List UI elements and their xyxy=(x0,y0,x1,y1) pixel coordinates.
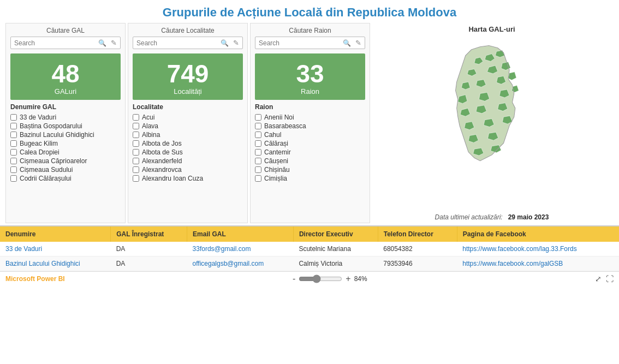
raion-search-row: 🔍 ✎ xyxy=(255,37,365,49)
list-item: Baștina Gospodarului xyxy=(10,122,121,130)
raion-stat-box: 33 Raion xyxy=(255,53,365,100)
raion-list-section: Raion Anenii Noi Basarabeasca Cahul Călă… xyxy=(255,103,365,183)
gal-panel-label: Căutare GAL xyxy=(10,27,121,34)
loc-checkbox-1[interactable] xyxy=(133,123,139,129)
cell-telefon: 79353946 xyxy=(378,256,457,271)
list-item: Bazinul Lacului Ghidighici xyxy=(10,130,121,139)
gal-search-icon: 🔍 xyxy=(98,39,106,47)
zoom-minus[interactable]: - xyxy=(293,274,295,284)
cell-director: Scutelnic Mariana xyxy=(293,242,378,256)
list-item: Albota de Jos xyxy=(133,139,243,148)
list-item: Albota de Sus xyxy=(133,148,243,157)
gal-checkbox-6[interactable] xyxy=(10,166,17,173)
cell-facebook[interactable]: https://www.facebook.com/galGSB xyxy=(457,256,619,271)
footer-icons: ⤢ ⛶ xyxy=(595,275,614,283)
map-container[interactable] xyxy=(410,35,574,210)
list-item: Acui xyxy=(133,113,243,122)
fullscreen-icon[interactable]: ⛶ xyxy=(606,275,614,283)
share-icon[interactable]: ⤢ xyxy=(595,275,602,283)
cell-email: officegalgsb@gmail.com xyxy=(187,256,294,271)
list-item: Albina xyxy=(133,130,243,139)
raion-panel: Căutare Raion 🔍 ✎ 33 Raion Raion Anenii … xyxy=(250,23,370,223)
localitate-panel: Căutare Localitate 🔍 ✎ 749 Localități Lo… xyxy=(128,23,248,223)
gal-list: 33 de Vaduri Baștina Gospodarului Bazinu… xyxy=(10,113,121,183)
localitate-stat-label: Localități xyxy=(133,87,243,96)
loc-checkbox-5[interactable] xyxy=(133,158,139,164)
raion-checkbox-5[interactable] xyxy=(255,158,261,164)
map-panel: Harta GAL-uri xyxy=(370,23,614,223)
raion-checkbox-7[interactable] xyxy=(255,175,261,182)
gal-checkbox-5[interactable] xyxy=(10,158,17,164)
gal-checkbox-7[interactable] xyxy=(10,175,17,182)
cell-denumire: 33 de Vaduri xyxy=(0,242,111,256)
list-item: Alexanderfeld xyxy=(133,157,243,165)
cell-email: 33fords@gmail.com xyxy=(187,242,294,256)
raion-list: Anenii Noi Basarabeasca Cahul Călărași C… xyxy=(255,113,365,183)
col-telefon: Telefon Director xyxy=(378,226,457,242)
update-label: Data ultimei actualizări: xyxy=(435,213,503,221)
zoom-value: 84% xyxy=(354,275,367,283)
data-table: Denumire GAL Înregistrat Email GAL Direc… xyxy=(0,226,619,271)
localitate-stat-box: 749 Localități xyxy=(133,53,243,100)
cell-gal-inregistrat: DA xyxy=(111,242,187,256)
page-title: Grupurile de Acțiune Locală din Republic… xyxy=(0,0,619,23)
gal-stat-number: 48 xyxy=(10,61,121,86)
gal-checkbox-3[interactable] xyxy=(10,140,17,147)
raion-checkbox-3[interactable] xyxy=(255,140,261,147)
cell-facebook[interactable]: https://www.facebook.com/lag.33.Fords xyxy=(457,242,619,256)
loc-checkbox-3[interactable] xyxy=(133,140,139,147)
raion-search-icon: 🔍 xyxy=(343,39,351,47)
list-item: Cișmeaua Căprioarelor xyxy=(10,157,121,165)
table-container: Denumire GAL Înregistrat Email GAL Direc… xyxy=(0,226,619,271)
gal-checkbox-0[interactable] xyxy=(10,114,17,121)
loc-checkbox-4[interactable] xyxy=(133,149,139,156)
table-row: Bazinul Lacului Ghidighici DA officegalg… xyxy=(0,256,619,271)
list-item: Alexandrovca xyxy=(133,165,243,174)
raion-panel-label: Căutare Raion xyxy=(255,27,365,34)
table-header: Denumire GAL Înregistrat Email GAL Direc… xyxy=(0,226,619,242)
raion-checkbox-0[interactable] xyxy=(255,114,261,121)
cell-denumire: Bazinul Lacului Ghidighici xyxy=(0,256,111,271)
loc-checkbox-7[interactable] xyxy=(133,175,139,182)
raion-stat-number: 33 xyxy=(255,61,365,86)
gal-search-row: 🔍 ✎ xyxy=(10,37,121,49)
table-row: 33 de Vaduri DA 33fords@gmail.com Scutel… xyxy=(0,242,619,256)
power-bi-link[interactable]: Microsoft Power BI xyxy=(5,275,65,283)
zoom-slider[interactable] xyxy=(299,275,342,283)
zoom-plus[interactable]: + xyxy=(346,274,350,284)
footer-bar: Microsoft Power BI - + 84% ⤢ ⛶ xyxy=(0,271,619,286)
facebook-link-2[interactable]: https://www.facebook.com/galGSB xyxy=(462,260,563,267)
map-footer: Data ultimei actualizări: 29 maio 2023 xyxy=(435,213,549,221)
left-panels: Căutare GAL 🔍 ✎ 48 GALuri Denumire GAL 3… xyxy=(5,23,370,223)
list-item: Cantemir xyxy=(255,148,365,157)
raion-checkbox-4[interactable] xyxy=(255,149,261,156)
gal-checkbox-4[interactable] xyxy=(10,149,17,156)
gal-checkbox-2[interactable] xyxy=(10,132,17,138)
list-item: Cahul xyxy=(255,130,365,139)
gal-search-input[interactable] xyxy=(14,39,96,47)
localitate-stat-number: 749 xyxy=(133,61,243,86)
gal-checkbox-1[interactable] xyxy=(10,123,17,129)
loc-checkbox-0[interactable] xyxy=(133,114,139,121)
gal-list-section: Denumire GAL 33 de Vaduri Baștina Gospod… xyxy=(10,103,121,183)
gal-edit-icon[interactable]: ✎ xyxy=(111,39,117,47)
loc-checkbox-2[interactable] xyxy=(133,132,139,138)
localitate-search-row: 🔍 ✎ xyxy=(133,37,243,49)
localitate-search-input[interactable] xyxy=(136,39,218,47)
loc-checkbox-6[interactable] xyxy=(133,166,139,173)
raion-search-input[interactable] xyxy=(259,39,341,47)
main-container: Grupurile de Acțiune Locală din Republic… xyxy=(0,0,619,364)
raion-edit-icon[interactable]: ✎ xyxy=(355,39,361,47)
cell-gal-inregistrat: DA xyxy=(111,256,187,271)
raion-checkbox-2[interactable] xyxy=(255,132,261,138)
list-item: Chișinău xyxy=(255,165,365,174)
localitate-edit-icon[interactable]: ✎ xyxy=(233,39,239,47)
list-item: Cimișlia xyxy=(255,174,365,183)
facebook-link[interactable]: https://www.facebook.com/lag.33.Fords xyxy=(462,245,576,253)
raion-checkbox-6[interactable] xyxy=(255,166,261,173)
raion-checkbox-1[interactable] xyxy=(255,123,261,129)
localitate-panel-label: Căutare Localitate xyxy=(133,27,243,34)
col-director: Director Executiv xyxy=(293,226,378,242)
list-item: Alexandru Ioan Cuza xyxy=(133,174,243,183)
moldova-map[interactable] xyxy=(432,41,552,205)
